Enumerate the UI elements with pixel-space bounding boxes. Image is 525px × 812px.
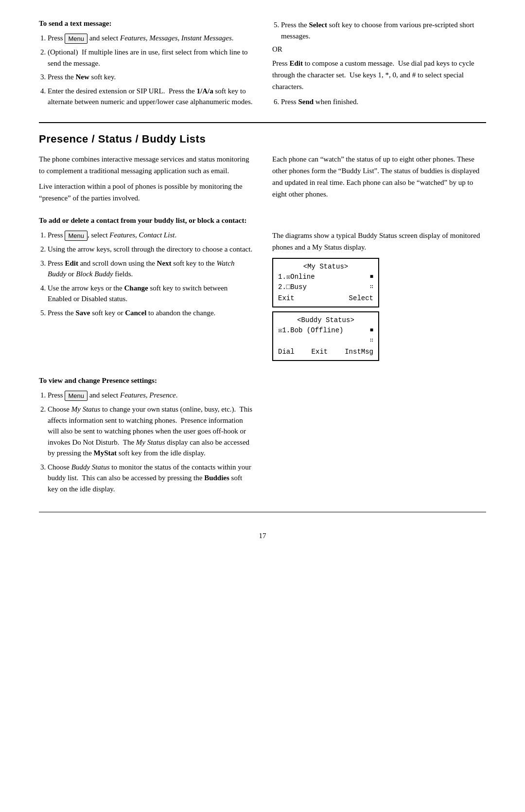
presence-intro-right: Each phone can “watch” the status of up … — [272, 153, 486, 208]
save-key: Save — [76, 309, 90, 317]
buddy-status-title: <Buddy Status> — [278, 315, 373, 325]
step-6: Press Send when finished. — [281, 96, 486, 108]
buddy-status-row-1: ☒1.Bob (Offline) ■ — [278, 325, 373, 336]
send-text-steps-right-6: Press Send when finished. — [272, 96, 486, 108]
presence-heading: Presence / Status / Buddy Lists — [39, 133, 486, 145]
menu-key-2: Menu — [65, 231, 88, 241]
step-1-features: Features, Messages, Instant Messages — [120, 34, 232, 42]
change-key: Change — [124, 284, 148, 292]
intro-left-para1: The phone combines interactive message s… — [39, 153, 253, 177]
send-text-steps-left: Press Menu and select Features, Messages… — [39, 33, 253, 108]
buddy-step-3: Press Edit and scroll down using the Nex… — [48, 258, 253, 280]
view-change-right — [272, 390, 486, 497]
my-status-screen: <My Status> 1.☒Online ■ 2.□Busy ∷ Exit S… — [272, 258, 379, 307]
my-status-link: My Status — [71, 405, 101, 413]
step-4: Enter the desired extension or SIP URL. … — [48, 86, 253, 108]
view-change-heading: To view and change Presence settings: — [39, 377, 486, 385]
mystat-key: MyStat — [94, 449, 117, 457]
edit-key: Edit — [289, 59, 303, 67]
edit-paragraph: Press Edit to compose a custom message. … — [272, 57, 486, 92]
step-2: (Optional) If multiple lines are in use,… — [48, 47, 253, 69]
send-key: Send — [298, 98, 314, 106]
cancel-key: Cancel — [125, 309, 146, 317]
left-column: To send a text message: Press Menu and s… — [39, 19, 253, 110]
my-status-title: <My Status> — [278, 262, 373, 272]
diagrams-container: <My Status> 1.☒Online ■ 2.□Busy ∷ Exit S… — [272, 258, 486, 361]
buddy-status-link: Buddy Status — [71, 463, 110, 471]
scroll-indicator-1: ■ — [370, 272, 373, 281]
buddy-two-col: Press Menu, select Features, Contact Lis… — [39, 230, 486, 365]
buddies-key: Buddies — [204, 474, 229, 482]
menu-key-3: Menu — [65, 391, 88, 401]
top-section: To send a text message: Press Menu and s… — [39, 19, 486, 110]
view-step-2: Choose My Status to change your own stat… — [48, 404, 253, 459]
my-status-online: 1.☒Online — [278, 272, 315, 282]
menu-key: Menu — [65, 34, 88, 44]
features-presence: Features, Presence — [120, 391, 176, 399]
scroll-indicator-2: ∷ — [370, 283, 373, 291]
bottom-divider — [39, 512, 486, 512]
step-1: Press Menu and select Features, Messages… — [48, 33, 253, 44]
my-status-row-1: 1.☒Online ■ — [278, 272, 373, 282]
buddy-status-softkeys: Dial Exit InstMsg — [278, 347, 373, 357]
1Aa-key: 1/A/a — [196, 87, 213, 95]
exit-softkey: Exit — [278, 293, 295, 304]
buddy-steps-list: Press Menu, select Features, Contact Lis… — [39, 230, 253, 318]
presence-intro-left: The phone combines interactive message s… — [39, 153, 253, 208]
page-content: To send a text message: Press Menu and s… — [39, 19, 486, 540]
send-text-heading: To send a text message: — [39, 19, 253, 28]
view-step-1: Press Menu and select Features, Presence… — [48, 390, 253, 401]
intro-left-para2: Live interaction within a pool of phones… — [39, 180, 253, 204]
presence-intro: The phone combines interactive message s… — [39, 153, 486, 208]
instmsg-softkey: InstMsg — [345, 347, 373, 357]
dial-softkey: Dial — [278, 347, 295, 357]
buddy-step-4: Use the arrow keys or the Change soft ke… — [48, 283, 253, 305]
send-text-steps-right: Press the Select soft key to choose from… — [272, 19, 486, 41]
buddy-step-1: Press Menu, select Features, Contact Lis… — [48, 230, 253, 241]
view-step-3: Choose Buddy Status to monitor the statu… — [48, 462, 253, 495]
next-key: Next — [157, 259, 172, 267]
buddy-status-screen: <Buddy Status> ☒1.Bob (Offline) ■ ∷ Dial… — [272, 311, 379, 361]
step-5: Press the Select soft key to choose from… — [281, 19, 486, 41]
edit-key-2: Edit — [65, 259, 78, 267]
select-softkey: Select — [349, 293, 373, 304]
buddy-bob: ☒1.Bob (Offline) — [278, 325, 343, 336]
buddy-step-5: Press the Save soft key or Cancel to aba… — [48, 307, 253, 319]
new-key: New — [76, 73, 89, 81]
exit-softkey-2: Exit — [312, 347, 328, 357]
buddy-step-2: Using the arrow keys, scroll through the… — [48, 244, 253, 255]
select-key: Select — [309, 21, 327, 29]
intro-right-para: Each phone can “watch” the status of up … — [272, 153, 486, 200]
buddy-steps-left: Press Menu, select Features, Contact Lis… — [39, 230, 253, 365]
page-number: 17 — [39, 532, 486, 540]
features-contact: Features, Contact List — [109, 231, 175, 239]
my-status-row-2: 2.□Busy ∷ — [278, 282, 373, 292]
scroll-indicator-4: ∷ — [370, 336, 373, 345]
or-label: OR — [272, 45, 486, 54]
block-buddy: Block Buddy — [76, 270, 113, 278]
view-change-steps: Press Menu and select Features, Presence… — [39, 390, 253, 494]
view-change-left: Press Menu and select Features, Presence… — [39, 390, 253, 497]
top-divider — [39, 122, 486, 123]
buddy-empty — [278, 336, 282, 346]
diagrams-description: The diagrams show a typical Buddy Status… — [272, 230, 486, 253]
my-status-display: My Status — [136, 438, 165, 446]
buddy-status-row-2: ∷ — [278, 336, 373, 346]
right-column: Press the Select soft key to choose from… — [272, 19, 486, 110]
presence-section: Presence / Status / Buddy Lists The phon… — [39, 133, 486, 497]
scroll-indicator-3: ■ — [370, 326, 373, 335]
step-3: Press the New soft key. — [48, 72, 253, 83]
buddy-list-heading: To add or delete a contact from your bud… — [39, 217, 486, 225]
view-change-section: Press Menu and select Features, Presence… — [39, 390, 486, 497]
my-status-softkeys: Exit Select — [278, 293, 373, 304]
buddy-diagrams-right: The diagrams show a typical Buddy Status… — [272, 230, 486, 365]
my-status-busy: 2.□Busy — [278, 282, 307, 292]
